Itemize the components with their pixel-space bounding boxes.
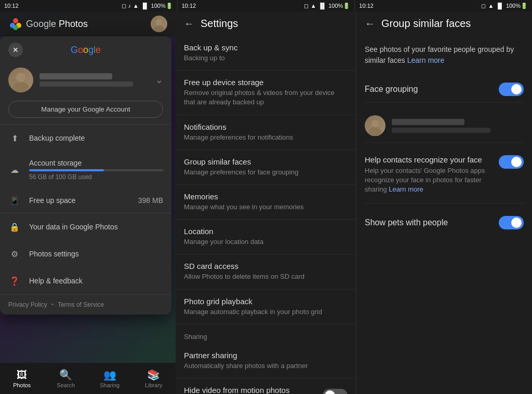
settings-item-location[interactable]: Location Manage your location data xyxy=(176,220,356,254)
photo-grid-title: Photo grid playback xyxy=(184,297,348,306)
settings-back-button[interactable]: ← xyxy=(184,18,194,30)
photos-logo: Google Photos xyxy=(8,17,88,31)
status-bar: 10:12 ◻ ♪ ▲ ▐▌ 100%🔋 10:12 ◻ ▲ ▐▌ 100%🔋 … xyxy=(0,0,532,11)
help-contacts-toggle[interactable] xyxy=(499,155,524,169)
memories-title: Memories xyxy=(184,192,348,201)
show-pets-toggle[interactable] xyxy=(499,216,524,229)
face-user-avatar xyxy=(365,115,385,136)
learn-more-link-2[interactable]: Learn more xyxy=(389,185,423,193)
settings-item-sd-card[interactable]: SD card access Allow Photos to delete it… xyxy=(176,254,356,289)
menu-storage-label: Account storage xyxy=(29,159,163,167)
svg-point-3 xyxy=(10,23,15,28)
photos-logo-icon xyxy=(8,17,23,31)
menu-item-your-data[interactable]: 🔒 Your data in Google Photos xyxy=(0,213,171,240)
photos-app-header: Google Photos xyxy=(0,11,176,36)
sd-card-title: SD card access xyxy=(184,262,348,270)
status-icons-3: ◻ ▲ ▐▌ 100%🔋 xyxy=(481,3,528,9)
user-avatar-header[interactable] xyxy=(151,16,167,32)
free-space-label: Free up space xyxy=(29,196,76,205)
footer-dot: • xyxy=(51,301,54,308)
partner-sharing-title: Partner sharing xyxy=(184,351,348,360)
wifi-icon-1: ▲ xyxy=(133,3,139,9)
search-nav-label: Search xyxy=(57,382,75,388)
storage-bar-section: 56 GB of 100 GB used xyxy=(29,167,163,181)
notifications-desc: Manage preferences for notifications xyxy=(184,133,348,142)
memories-desc: Manage what you see in your memories xyxy=(184,202,348,212)
location-title: Location xyxy=(184,227,348,236)
help-icon: ❓ xyxy=(8,275,21,287)
settings-item-memories[interactable]: Memories Manage what you see in your mem… xyxy=(176,185,356,220)
time-3: 10:12 xyxy=(359,3,374,9)
settings-item-partner-sharing[interactable]: Partner sharing Automatically share phot… xyxy=(176,344,356,378)
wifi-icon-3: ▲ xyxy=(488,3,494,9)
learn-more-link-1[interactable]: Learn more xyxy=(407,56,445,64)
close-overlay-button[interactable]: ✕ xyxy=(8,43,23,57)
search-nav-icon: 🔍 xyxy=(59,369,72,381)
backup-desc: Backing up to xyxy=(184,53,348,63)
bottom-navigation: 🖼 Photos 🔍 Search 👥 Sharing 📚 Library xyxy=(0,363,176,394)
settings-item-free-up[interactable]: Free up device storage Remove original p… xyxy=(176,71,356,115)
menu-item-account-storage[interactable]: ☁ Account storage 56 GB of 100 GB used xyxy=(0,152,171,188)
settings-item-hide-video[interactable]: Hide video from motion photos Other peop… xyxy=(176,378,356,394)
nav-item-library[interactable]: 📚 Library xyxy=(132,369,176,388)
settings-header: ← Settings xyxy=(176,11,356,36)
help-contacts-text: Help contacts recognize your face Help y… xyxy=(365,155,499,197)
free-space-size: 398 MB xyxy=(138,196,163,205)
status-segment-3: 10:12 ◻ ▲ ▐▌ 100%🔋 xyxy=(355,0,532,11)
settings-list: Back up & sync Backing up to Free up dev… xyxy=(176,36,356,394)
sharing-section-label: Sharing xyxy=(176,324,356,344)
account-name-redacted xyxy=(39,73,112,79)
menu-item-backup[interactable]: ⬆ Backup complete xyxy=(0,125,171,152)
status-icons-2: ◻ ▲ ▐▌ 100%🔋 xyxy=(304,3,351,9)
free-up-desc: Remove original photos & videos from you… xyxy=(184,88,348,107)
battery-3: 100%🔋 xyxy=(506,3,528,9)
settings-item-face-grouping[interactable]: Group similar faces Manage preferences f… xyxy=(176,150,356,185)
settings-item-notifications[interactable]: Notifications Manage preferences for not… xyxy=(176,115,356,150)
music-icon: ♪ xyxy=(128,3,131,9)
account-chevron-button[interactable]: ⌄ xyxy=(155,74,163,86)
face-user-email-redacted xyxy=(392,128,490,133)
group-faces-content: See photos of your favorite people group… xyxy=(356,36,532,394)
manage-account-button[interactable]: Manage your Google Account xyxy=(8,101,163,118)
nav-item-sharing[interactable]: 👥 Sharing xyxy=(88,369,132,388)
photos-nav-label: Photos xyxy=(13,382,31,388)
menu-item-help[interactable]: ❓ Help & feedback xyxy=(0,267,171,294)
menu-item-photos-settings[interactable]: ⚙ Photos settings xyxy=(0,240,171,267)
face-grouping-toggle[interactable] xyxy=(499,83,524,96)
menu-item-free-space[interactable]: 📱 Free up space 398 MB xyxy=(0,188,171,213)
sd-card-desc: Allow Photos to delete items on SD card xyxy=(184,272,348,281)
media-icon: ◻ xyxy=(122,3,126,9)
face-grouping-toggle-label: Face grouping xyxy=(365,85,418,94)
storage-text: 56 GB of 100 GB used xyxy=(29,173,163,181)
nav-item-photos[interactable]: 🖼 Photos xyxy=(0,369,44,388)
help-contacts-desc: Help your contacts' Google Photos apps r… xyxy=(365,166,493,195)
privacy-policy-link[interactable]: Privacy Policy xyxy=(8,301,47,308)
face-user-row xyxy=(365,109,524,143)
settings-item-photo-grid[interactable]: Photo grid playback Manage automatic pla… xyxy=(176,290,356,324)
group-faces-back-button[interactable]: ← xyxy=(365,18,375,30)
time-1: 10:12 xyxy=(4,3,19,9)
terms-link[interactable]: Terms of Service xyxy=(58,301,104,308)
panel-group-faces: ← Group similar faces See photos of your… xyxy=(356,11,532,394)
storage-bar-fill xyxy=(29,169,104,171)
settings-item-backup[interactable]: Back up & sync Backing up to xyxy=(176,36,356,71)
hide-video-title: Hide video from motion photos xyxy=(184,386,323,394)
menu-help-label: Help & feedback xyxy=(29,277,83,285)
status-segment-1: 10:12 ◻ ♪ ▲ ▐▌ 100%🔋 xyxy=(0,0,178,11)
google-account-overlay: ✕ Google ⌄ Manage your Google Account xyxy=(0,36,171,315)
status-icons-1: ◻ ♪ ▲ ▐▌ 100%🔋 xyxy=(122,3,173,9)
battery-2: 100%🔋 xyxy=(328,3,350,9)
location-desc: Manage your location data xyxy=(184,237,348,247)
account-info-section: ⌄ xyxy=(0,63,171,101)
hide-video-toggle[interactable] xyxy=(323,389,348,394)
free-space-left: 📱 Free up space xyxy=(8,194,76,207)
svg-point-7 xyxy=(13,82,29,92)
gear-icon: ⚙ xyxy=(8,248,21,260)
settings-title: Settings xyxy=(201,18,238,30)
face-grouping-title: Group similar faces xyxy=(184,157,348,166)
nav-item-search[interactable]: 🔍 Search xyxy=(44,369,88,388)
time-2: 10:12 xyxy=(182,3,196,9)
group-faces-description: See photos of your favorite people group… xyxy=(365,44,524,66)
svg-point-8 xyxy=(371,120,379,127)
svg-point-9 xyxy=(369,127,381,136)
